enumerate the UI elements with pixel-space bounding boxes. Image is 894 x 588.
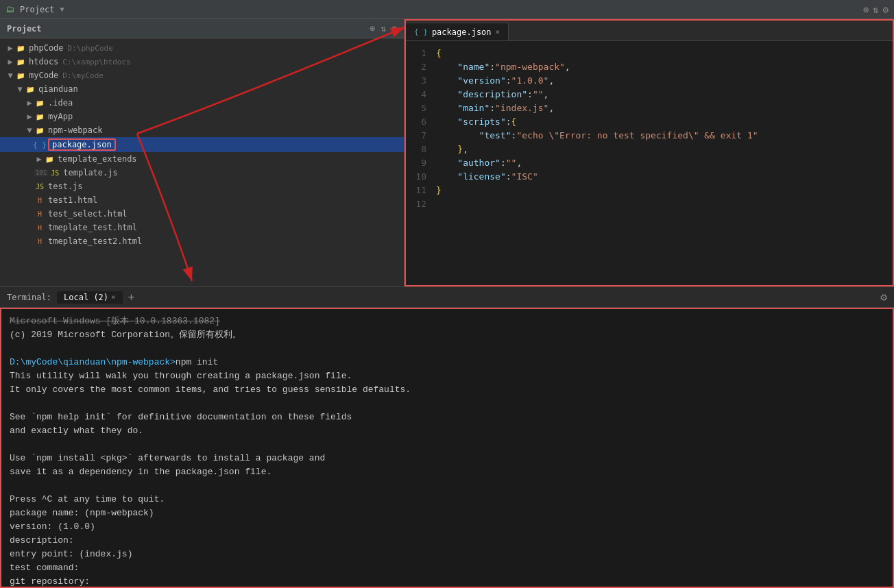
tree-item-qianduan[interactable]: ▼ 📁 qianduan [0, 82, 404, 96]
item-name-test-select-html: test_select.html [48, 209, 128, 219]
terminal-line-9: Press ^C at any time to quit. [10, 493, 884, 506]
js-icon-test: JS [34, 181, 45, 192]
tree-item-test-js[interactable]: JS test.js [0, 180, 404, 193]
line-num-11: 11 [406, 184, 426, 197]
code-line-4: "description": "", [436, 88, 893, 101]
line-num-2: 2 [406, 60, 426, 74]
brace-close: } [436, 184, 442, 197]
item-name-package-json: package.json [48, 138, 116, 151]
item-name-npm-webpack: npm-webpack [48, 125, 102, 135]
tree-item-npm-webpack[interactable]: ▼ 📁 npm-webpack [0, 123, 404, 137]
terminal-content[interactable]: Microsoft Windows [版本 10.0.18363.1082] (… [0, 308, 894, 588]
code-line-10: "license": "ISC" [436, 170, 893, 184]
line-num-6: 6 [406, 115, 426, 129]
sync-icon[interactable]: ⇅ [873, 4, 878, 15]
tree-item-mycode[interactable]: ▼ 📁 myCode D:\myCode [0, 69, 404, 82]
panel-header-text: Project [7, 24, 42, 34]
tree-item-tmeplate-test2-html[interactable]: H tmeplate_test2.html [0, 234, 404, 248]
folder-icon-phpcode: 📁 [15, 42, 26, 53]
content-wrapper: Project ⊕ ⇅ ⚙ ▶ 📁 phpCode D:\phpCode ▶ [0, 19, 894, 588]
arrow-qianduan: ▼ [15, 84, 25, 94]
title-bar-actions: ⊕ ⇅ ⚙ [863, 4, 889, 15]
tree-item-idea[interactable]: ▶ 📁 .idea [0, 96, 404, 110]
tree-item-phpcode[interactable]: ▶ 📁 phpCode D:\phpCode [0, 41, 404, 55]
tree-item-test-select-html[interactable]: H test_select.html [0, 207, 404, 221]
html-icon-test1: H [34, 195, 45, 206]
add-icon[interactable]: ⊕ [370, 23, 376, 34]
bottom-area: Terminal: Local (2) × + ⚙ Microsoft Wind… [0, 286, 894, 588]
arrow-idea: ▶ [25, 98, 34, 108]
html-icon-tmeplate-test: H [34, 222, 45, 233]
terminal-line-4: It only covers the most common items, an… [10, 383, 884, 397]
item-name-template-js: template.js [63, 168, 117, 177]
json-icon-package: { } [34, 139, 45, 150]
terminal-add-button[interactable]: + [128, 291, 135, 304]
arrow-htdocs: ▶ [5, 57, 15, 66]
panel-header: Project ⊕ ⇅ ⚙ [0, 19, 404, 38]
sort-icon[interactable]: ⇅ [380, 23, 386, 34]
terminal-line-5: See `npm help init` for definitive docum… [10, 411, 884, 424]
tab-json-icon: { } [414, 27, 428, 36]
gear-icon[interactable]: ⚙ [391, 23, 397, 34]
tree-item-package-json[interactable]: { } package.json [0, 137, 404, 152]
project-icon: 🗂 [5, 4, 14, 14]
terminal-tab-close[interactable]: × [111, 293, 116, 302]
tree-item-template-extends[interactable]: ▶ 📁 template_extends [0, 152, 404, 166]
code-line-12 [436, 197, 893, 211]
panel-header-icons: ⊕ ⇅ ⚙ [370, 23, 397, 34]
code-line-3: "version": "1.0.0", [436, 74, 893, 88]
arrow-npm-webpack: ▼ [25, 125, 34, 135]
item-name-test1-html: test1.html [48, 195, 97, 205]
line-num-1: 1 [406, 47, 426, 60]
folder-icon-myapp: 📁 [34, 111, 45, 122]
terminal-line-blank2 [10, 397, 884, 411]
line-num-5: 5 [406, 101, 426, 115]
tree-item-test1-html[interactable]: H test1.html [0, 193, 404, 207]
tree-item-htdocs[interactable]: ▶ 📁 htdocs C:\xampp\htdocs [0, 55, 404, 69]
arrow-mycode: ▼ [5, 71, 15, 80]
code-line-7: ▶ "test": "echo \"Error: no test specifi… [436, 129, 893, 143]
tab-filename: package.json [432, 27, 492, 37]
code-line-11: } [436, 184, 893, 197]
item-name-tmeplate-test2-html: tmeplate_test2.html [48, 236, 142, 246]
editor-tabs: { } package.json × [406, 21, 893, 41]
terminal-line-15: git repository: [10, 575, 884, 588]
file-tree: ▶ 📁 phpCode D:\phpCode ▶ 📁 htdocs C:\xam… [0, 38, 404, 286]
folder-icon-npm-webpack: 📁 [34, 125, 45, 136]
item-name-phpcode: phpCode [29, 43, 64, 53]
terminal-line-blank4 [10, 479, 884, 493]
terminal-tab-local[interactable]: Local (2) × [57, 291, 123, 304]
terminal-line-10: package name: (npm-webpack) [10, 506, 884, 520]
settings-icon[interactable]: ⚙ [883, 4, 889, 15]
terminal-line-1: Microsoft Windows [版本 10.0.18363.1082] [10, 315, 884, 328]
folder-icon-qianduan: 📁 [25, 84, 36, 95]
editor-tab-package-json[interactable]: { } package.json × [406, 23, 509, 40]
tree-item-tmeplate-test-html[interactable]: H tmeplate_test.html [0, 221, 404, 234]
title-bar: 🗂 Project ▼ ⊕ ⇅ ⚙ [0, 0, 894, 19]
line-num-10: 10 [406, 170, 426, 184]
globe-icon[interactable]: ⊕ [863, 4, 869, 15]
line-num-12: 12 [406, 197, 426, 211]
item-path-htdocs: C:\xampp\htdocs [62, 58, 130, 66]
terminal-line-6: and exactly what they do. [10, 424, 884, 438]
code-line-1: { [436, 47, 893, 60]
terminal-line-blank3 [10, 438, 884, 452]
tree-item-myapp[interactable]: ▶ 📁 myApp [0, 110, 404, 123]
terminal-label: Terminal: [7, 293, 51, 302]
tree-item-template-js[interactable]: 101 JS template.js [0, 166, 404, 180]
html-icon-tmeplate-test2: H [34, 236, 45, 247]
title-dropdown-icon[interactable]: ▼ [60, 5, 64, 13]
terminal-line-13: entry point: (index.js) [10, 548, 884, 561]
tab-close-button[interactable]: × [496, 27, 500, 36]
code-line-8: }, [436, 143, 893, 156]
title-bar-project-label: Project [20, 5, 55, 14]
terminal-settings-icon[interactable]: ⚙ [880, 291, 887, 304]
terminal-line-2: (c) 2019 Microsoft Corporation。保留所有权利。 [10, 328, 884, 342]
line-num-9: 9 [406, 156, 426, 170]
terminal-tabs: Terminal: Local (2) × + ⚙ [0, 287, 894, 308]
folder-icon-htdocs: 📁 [15, 56, 26, 67]
brace-open: { [436, 47, 442, 60]
html-icon-test-select: H [34, 208, 45, 219]
code-content[interactable]: { "name": "npm-webpack", "version": "1.0… [433, 47, 893, 280]
item-path-phpcode: D:\phpCode [68, 44, 113, 53]
